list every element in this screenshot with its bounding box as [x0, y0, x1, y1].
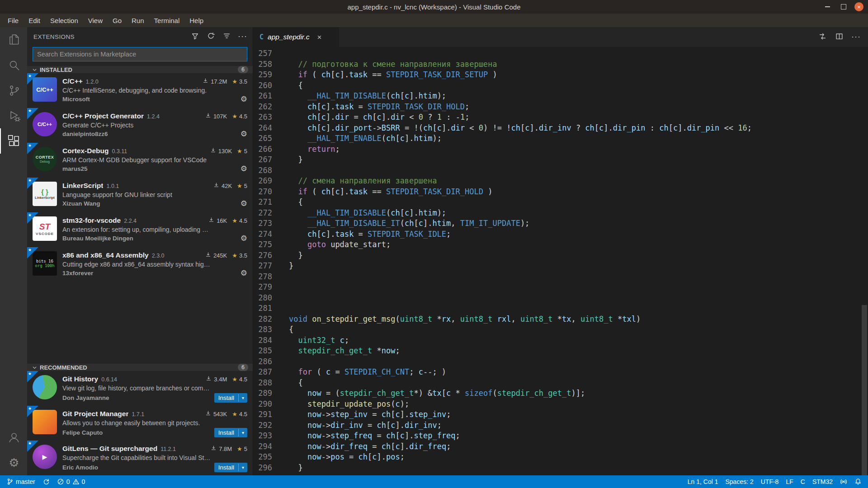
code-line[interactable]: 292 now->dir_inv = ch[c].dir_inv;: [253, 420, 868, 431]
install-dropdown-icon[interactable]: [238, 464, 247, 471]
line-number[interactable]: 275: [253, 239, 282, 250]
extension-gear-icon[interactable]: ⚙: [241, 130, 247, 138]
line-number[interactable]: 269: [253, 176, 282, 187]
code-line[interactable]: 295 now->pos = ch[c].pos;: [253, 452, 868, 463]
install-button[interactable]: Install: [214, 463, 247, 472]
code-line-content[interactable]: now->dir_freq = ch[c].dir_freq;: [282, 441, 868, 452]
code-line-content[interactable]: now->pos = ch[c].pos;: [282, 452, 868, 463]
code-line[interactable]: 282void on_stepdir_get_msg(uint8_t *rx, …: [253, 314, 868, 325]
line-number[interactable]: 261: [253, 91, 282, 102]
extensions-activity-button[interactable]: [0, 128, 27, 154]
search-activity-button[interactable]: [0, 52, 27, 78]
code-line-content[interactable]: {: [282, 197, 868, 208]
menu-item-file[interactable]: File: [3, 15, 24, 26]
code-line-content[interactable]: return;: [282, 144, 868, 155]
line-number[interactable]: 285: [253, 346, 282, 357]
code-line[interactable]: 259 if ( ch[c].task == STEPDIR_TASK_DIR_…: [253, 70, 868, 80]
code-line[interactable]: 262 ch[c].task = STEPDIR_TASK_DIR_HOLD;: [253, 102, 868, 113]
code-line[interactable]: 258 // подготовка к смене направления за…: [253, 59, 868, 70]
code-line-content[interactable]: for ( c = STEPDIR_CH_CNT; c--; ): [282, 367, 868, 378]
explorer-activity-button[interactable]: [0, 27, 27, 52]
install-button[interactable]: Install: [214, 393, 247, 403]
line-number[interactable]: 268: [253, 165, 282, 176]
code-line-content[interactable]: now = (stepdir_ch_get_t*) &tx[c * sizeof…: [282, 388, 868, 399]
source-control-activity-button[interactable]: [0, 78, 27, 103]
line-number[interactable]: 270: [253, 187, 282, 197]
code-line[interactable]: 281: [253, 303, 868, 314]
line-number[interactable]: 263: [253, 112, 282, 123]
clear-filter-icon-button[interactable]: [223, 32, 231, 42]
menu-item-edit[interactable]: Edit: [24, 15, 45, 26]
code-line-content[interactable]: ch[c].task = STEPDIR_TASK_IDLE;: [282, 229, 868, 240]
refresh-icon-button[interactable]: [207, 32, 215, 42]
code-line[interactable]: 289 now = (stepdir_ch_get_t*) &tx[c * si…: [253, 388, 868, 399]
code-line-content[interactable]: if ( ch[c].task == STEPDIR_TASK_DIR_SETU…: [282, 70, 868, 80]
line-number[interactable]: 266: [253, 144, 282, 155]
install-dropdown-icon[interactable]: [238, 394, 247, 402]
code-line-content[interactable]: __HAL_TIM_ENABLE(ch[c].htim);: [282, 133, 868, 144]
extension-item[interactable]: Git Project Manager1.7.1543K4.5Allows yo…: [27, 406, 253, 441]
close-icon[interactable]: [854, 2, 863, 11]
code-line[interactable]: 274 ch[c].task = STEPDIR_TASK_IDLE;: [253, 229, 868, 240]
more-actions-icon-button[interactable]: ···: [239, 33, 246, 41]
code-line-content[interactable]: }: [282, 261, 868, 272]
line-number[interactable]: 288: [253, 378, 282, 389]
extension-item[interactable]: C/C++C/C++ Project Generator1.2.4107K4.5…: [27, 108, 253, 143]
code-line[interactable]: 288 {: [253, 378, 868, 389]
menu-item-selection[interactable]: Selection: [45, 15, 83, 26]
search-input[interactable]: [33, 47, 247, 61]
code-line[interactable]: 261 __HAL_TIM_DISABLE(ch[c].htim);: [253, 91, 868, 102]
line-number[interactable]: 279: [253, 282, 282, 293]
code-line[interactable]: 269 // смена направления завершена: [253, 176, 868, 187]
section-header-installed[interactable]: INSTALLED6: [27, 66, 253, 73]
code-line-content[interactable]: void on_stepdir_get_msg(uint8_t *rx, uin…: [282, 314, 868, 325]
code-line[interactable]: 284 uint32_t c;: [253, 335, 868, 346]
language-indicator[interactable]: C: [797, 475, 809, 488]
code-line[interactable]: 279: [253, 282, 868, 293]
code-line[interactable]: 276 }: [253, 250, 868, 261]
line-number[interactable]: 273: [253, 218, 282, 229]
editor-scrollbar[interactable]: [862, 305, 867, 475]
line-number[interactable]: 287: [253, 367, 282, 378]
extension-gear-icon[interactable]: ⚙: [241, 235, 247, 242]
code-line-content[interactable]: __HAL_TIM_DISABLE(ch[c].htim);: [282, 91, 868, 102]
code-line-content[interactable]: now->step_inv = ch[c].step_inv;: [282, 409, 868, 420]
menu-item-view[interactable]: View: [83, 15, 108, 26]
settings-gear-activity-button[interactable]: ⚙: [0, 450, 27, 475]
menu-item-terminal[interactable]: Terminal: [149, 15, 185, 26]
line-number[interactable]: 274: [253, 229, 282, 240]
code-line-content[interactable]: [282, 293, 868, 304]
section-header-recommended[interactable]: RECOMMENDED6: [27, 364, 253, 371]
line-number[interactable]: 278: [253, 272, 282, 282]
code-line-content[interactable]: [282, 357, 868, 367]
extension-item[interactable]: bits 16org 100hx86 and x86_64 Assembly2.…: [27, 247, 253, 282]
maximize-icon[interactable]: [838, 0, 849, 14]
extension-item[interactable]: C/C++C/C++1.2.017.2M3.5C/C++ IntelliSens…: [27, 73, 253, 108]
line-number[interactable]: 296: [253, 463, 282, 474]
line-number[interactable]: 258: [253, 59, 282, 70]
extension-gear-icon[interactable]: ⚙: [241, 200, 247, 207]
line-number[interactable]: 292: [253, 420, 282, 431]
code-line[interactable]: 270 if ( ch[c].task == STEPDIR_TASK_DIR_…: [253, 187, 868, 197]
broadcast-button[interactable]: [836, 475, 851, 488]
build-target-indicator[interactable]: STM32: [809, 475, 836, 488]
extension-item[interactable]: GitLens — Git supercharged11.2.17.8M5Sup…: [27, 441, 253, 475]
extension-item[interactable]: STVSCODEstm32-for-vscode2.2.416K4.5An ex…: [27, 212, 253, 247]
code-line[interactable]: 291 now->step_inv = ch[c].step_inv;: [253, 409, 868, 420]
code-line-content[interactable]: ch[c].dir = ch[c].dir < 0 ? 1 : -1;: [282, 112, 868, 123]
code-line-content[interactable]: __HAL_TIM_DISABLE(ch[c].htim);: [282, 208, 868, 219]
code-line-content[interactable]: goto update_start;: [282, 239, 868, 250]
line-number[interactable]: 291: [253, 409, 282, 420]
tab-app-stepdir[interactable]: C app_stepdir.c ×: [253, 27, 339, 47]
code-line[interactable]: 283{: [253, 324, 868, 335]
line-number[interactable]: 277: [253, 261, 282, 272]
code-line-content[interactable]: }: [282, 463, 868, 474]
code-line[interactable]: 265 __HAL_TIM_ENABLE(ch[c].htim);: [253, 133, 868, 144]
code-editor[interactable]: 257 258 // подготовка к смене направлени…: [253, 47, 868, 475]
code-line-content[interactable]: [282, 303, 868, 314]
compare-changes-icon-button[interactable]: [819, 33, 826, 42]
code-line-content[interactable]: now->dir_inv = ch[c].dir_inv;: [282, 420, 868, 431]
code-line[interactable]: 268: [253, 165, 868, 176]
line-number[interactable]: 265: [253, 133, 282, 144]
account-activity-button[interactable]: [0, 425, 27, 450]
